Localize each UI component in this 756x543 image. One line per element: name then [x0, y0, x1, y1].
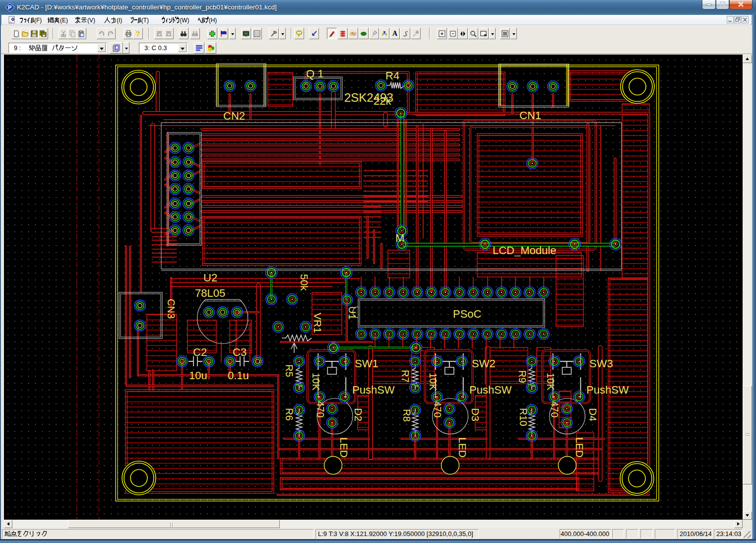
svg-text:R8: R8 [401, 409, 412, 422]
svg-text:U1: U1 [347, 306, 358, 320]
svg-text:470: 470 [549, 401, 560, 417]
svg-text:SW3: SW3 [589, 357, 613, 370]
svg-text:(F): (F) [34, 17, 42, 24]
svg-text:SW1: SW1 [355, 357, 378, 370]
svg-text:VR1: VR1 [312, 313, 323, 333]
svg-text:D4: D4 [587, 408, 599, 421]
svg-text:(V): (V) [87, 17, 95, 24]
svg-text:PushSW: PushSW [469, 384, 512, 396]
svg-text:R9: R9 [517, 370, 528, 383]
svg-text:R6: R6 [284, 408, 295, 421]
svg-text:CN2: CN2 [223, 110, 245, 122]
svg-text:U2: U2 [203, 272, 217, 284]
svg-text:LCD_Module: LCD_Module [493, 244, 556, 257]
svg-text:50k: 50k [299, 274, 310, 291]
svg-text:LED: LED [338, 437, 350, 458]
svg-text:D3: D3 [470, 408, 481, 421]
svg-text:10K: 10K [428, 373, 439, 391]
svg-text:(I): (I) [117, 17, 122, 24]
svg-text:9 :: 9 : [14, 45, 21, 52]
svg-text:(E): (E) [60, 17, 68, 24]
svg-text:10u: 10u [189, 369, 207, 382]
svg-text:CN1: CN1 [519, 109, 541, 122]
svg-text:D2: D2 [353, 408, 364, 421]
svg-text:R4: R4 [385, 69, 399, 82]
svg-text:(H): (H) [209, 17, 217, 24]
svg-text:CN3: CN3 [166, 299, 177, 319]
svg-text:PushSW: PushSW [586, 384, 629, 396]
svg-text:P: P [8, 4, 11, 10]
svg-text:LED: LED [457, 437, 468, 458]
svg-text:470: 470 [315, 401, 326, 417]
svg-text:Q 1: Q 1 [306, 68, 323, 80]
svg-text:78L05: 78L05 [195, 287, 225, 299]
svg-text:C2: C2 [193, 346, 207, 358]
svg-text:R10: R10 [518, 408, 529, 426]
svg-text:PSoC: PSoC [453, 308, 482, 320]
svg-text:22k: 22k [374, 95, 391, 107]
svg-text:10K: 10K [545, 373, 556, 391]
svg-text:0.1u: 0.1u [228, 369, 249, 382]
svg-text:(W): (W) [180, 17, 189, 24]
svg-text:10K: 10K [311, 373, 321, 391]
svg-text:(T): (T) [141, 17, 149, 24]
svg-text:C3: C3 [233, 346, 247, 358]
svg-text:R5: R5 [284, 364, 295, 377]
svg-text:SW2: SW2 [472, 357, 496, 370]
svg-text:PushSW: PushSW [352, 384, 395, 396]
svg-text:M: M [395, 232, 404, 244]
svg-text:LED: LED [574, 437, 585, 458]
svg-text:R7: R7 [400, 370, 411, 383]
svg-text:470: 470 [432, 401, 443, 417]
